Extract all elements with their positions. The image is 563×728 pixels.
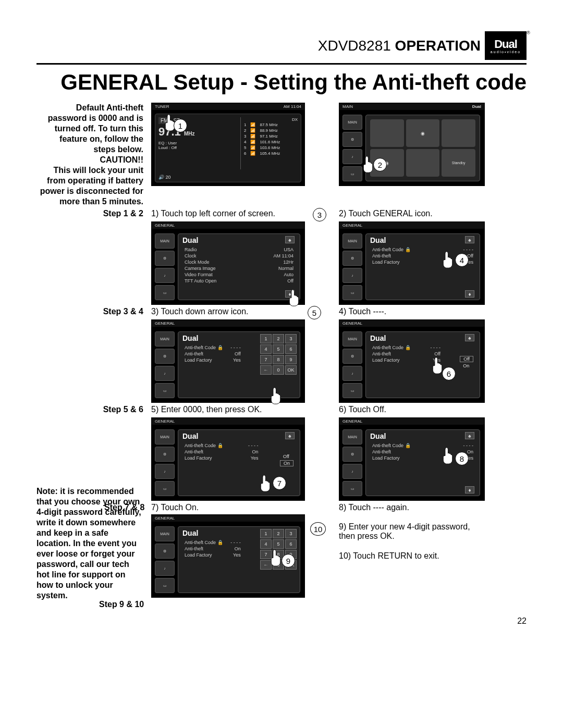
screenshot-step-6: GENERAL MAIN⚙♪▭ Dual ♠ Anti-theft Code 🔒… [339,319,485,403]
brand-name: Dual [494,38,517,51]
callout-5: 5 [308,306,321,319]
hand-icon [440,447,456,465]
step-9-caption: 9) Enter your new 4-digit password, then… [339,522,485,541]
step-2-caption: 2) Touch GENERAL icon. [339,209,485,218]
step-1-2-label: Step 1 & 2 [36,209,143,219]
step-8-caption: 8) Touch ---- again. [339,503,485,512]
step-10-caption: 10) Touch RETURN to exit. [339,551,485,561]
caution-label: CAUTION!! [100,155,143,164]
step-5-caption: 5) Enter 0000, then press OK. [151,405,305,414]
step-3-caption: 3) Touch down arrow icon. [151,307,305,316]
callout-10: 10 [310,522,326,536]
screenshot-step-4: GENERAL MAIN⚙♪▭ Dual ♠ Anti-theft Code 🔒… [339,221,485,305]
screenshot-step-9: GENERAL MAIN⚙♪▭ Dual Anti-theft Code 🔒- … [151,514,305,598]
hand-icon [258,474,273,492]
header-title: XDVD8281 OPERATION [318,38,481,54]
brand-subtitle: audio•video [491,50,521,54]
callout-6: 6 [442,367,456,380]
page-number: 22 [36,616,527,626]
hand-icon [268,549,284,567]
up-arrow-icon: ♠ [285,236,295,243]
page-header: XDVD8281 OPERATION Dual audio•video [36,31,527,60]
section-name: OPERATION [395,38,481,54]
step-7-caption: 7) Touch On. [151,503,199,512]
callout-3: 3 [313,208,326,221]
step-9-10-captions: 9) Enter your new 4-digit password, then… [339,514,485,561]
caution-text: This will lock your unit from operating … [40,166,143,206]
callout-8: 8 [455,452,469,465]
step-1-caption: 1) Touch top left corner of screen. [151,209,305,218]
screenshot-step-3: GENERAL MAIN⚙♪▭ Dual ♠ RadioUSAClockAM 1… [151,221,305,305]
header-rule [36,63,527,65]
hand-icon [286,289,302,307]
step-5-6-label: Step 5 & 6 [36,405,143,415]
callout-7: 7 [273,476,286,490]
intro-block: Default Anti-theft password is 0000 and … [36,103,143,207]
callout-9: 9 [282,554,295,567]
callout-2: 2 [373,158,387,171]
screenshot-step-5: GENERAL MAIN⚙♪▭ Dual Anti-theft Code 🔒- … [151,319,305,403]
hand-icon [268,387,284,405]
step-3-4-label: Step 3 & 4 [36,307,143,317]
page-title: GENERAL Setup - Setting the Anti-theft c… [36,70,527,95]
step-6-caption: 6) Touch Off. [339,405,485,414]
step-9-10-label: Step 9 & 10 [99,600,144,609]
screenshot-step-8: GENERAL MAIN⚙♪▭ Dual ♠ Anti-theft Code 🔒… [339,417,485,501]
keypad: 123456789←0OK [260,334,297,375]
callout-1: 1 [174,119,187,132]
hand-icon [440,251,456,269]
callout-4: 4 [455,253,469,267]
model-number: XDVD8281 [318,38,391,54]
screenshot-step-7: GENERAL MAIN⚙♪▭ Dual ♠ Anti-theft Code 🔒… [151,417,305,501]
step-4-caption: 4) Touch ----. [339,307,485,316]
step-7-8-label: Step 7 & 8 [104,503,144,512]
brand-logo: Dual audio•video [485,31,527,60]
screenshot-step-2: MAINDual MAIN ⚙♪▭ ◉ ◉ Standby 2 [339,103,485,186]
intro-text: Default Anti-theft password is 0000 and … [48,103,143,154]
screenshot-step-1: TUNERAM 11:04 FM ST 97.1 MHz EQ : User L… [151,103,305,186]
